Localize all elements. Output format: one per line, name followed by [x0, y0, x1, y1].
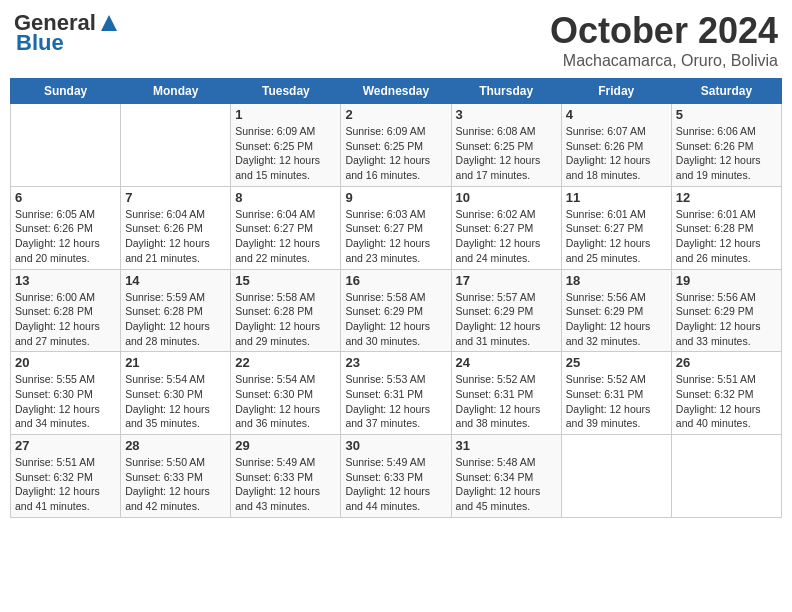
day-info: Sunrise: 6:02 AM Sunset: 6:27 PM Dayligh… [456, 207, 557, 266]
calendar-week-row: 6Sunrise: 6:05 AM Sunset: 6:26 PM Daylig… [11, 186, 782, 269]
calendar-cell: 24Sunrise: 5:52 AM Sunset: 6:31 PM Dayli… [451, 352, 561, 435]
calendar-cell: 4Sunrise: 6:07 AM Sunset: 6:26 PM Daylig… [561, 104, 671, 187]
calendar-cell: 31Sunrise: 5:48 AM Sunset: 6:34 PM Dayli… [451, 435, 561, 518]
day-number: 26 [676, 355, 777, 370]
weekday-header: Monday [121, 79, 231, 104]
day-number: 24 [456, 355, 557, 370]
day-number: 30 [345, 438, 446, 453]
calendar-cell: 15Sunrise: 5:58 AM Sunset: 6:28 PM Dayli… [231, 269, 341, 352]
calendar-cell: 25Sunrise: 5:52 AM Sunset: 6:31 PM Dayli… [561, 352, 671, 435]
day-number: 22 [235, 355, 336, 370]
day-number: 11 [566, 190, 667, 205]
day-number: 10 [456, 190, 557, 205]
calendar-cell [121, 104, 231, 187]
day-number: 21 [125, 355, 226, 370]
calendar-cell: 16Sunrise: 5:58 AM Sunset: 6:29 PM Dayli… [341, 269, 451, 352]
calendar-cell: 18Sunrise: 5:56 AM Sunset: 6:29 PM Dayli… [561, 269, 671, 352]
calendar-cell: 6Sunrise: 6:05 AM Sunset: 6:26 PM Daylig… [11, 186, 121, 269]
day-number: 7 [125, 190, 226, 205]
day-number: 3 [456, 107, 557, 122]
day-info: Sunrise: 6:05 AM Sunset: 6:26 PM Dayligh… [15, 207, 116, 266]
calendar-cell: 19Sunrise: 5:56 AM Sunset: 6:29 PM Dayli… [671, 269, 781, 352]
calendar-week-row: 20Sunrise: 5:55 AM Sunset: 6:30 PM Dayli… [11, 352, 782, 435]
day-number: 27 [15, 438, 116, 453]
day-number: 29 [235, 438, 336, 453]
calendar-cell: 9Sunrise: 6:03 AM Sunset: 6:27 PM Daylig… [341, 186, 451, 269]
day-number: 17 [456, 273, 557, 288]
day-info: Sunrise: 6:01 AM Sunset: 6:27 PM Dayligh… [566, 207, 667, 266]
weekday-header: Sunday [11, 79, 121, 104]
weekday-header: Saturday [671, 79, 781, 104]
calendar-cell: 20Sunrise: 5:55 AM Sunset: 6:30 PM Dayli… [11, 352, 121, 435]
day-info: Sunrise: 5:51 AM Sunset: 6:32 PM Dayligh… [15, 455, 116, 514]
day-info: Sunrise: 5:59 AM Sunset: 6:28 PM Dayligh… [125, 290, 226, 349]
day-info: Sunrise: 5:56 AM Sunset: 6:29 PM Dayligh… [676, 290, 777, 349]
logo: General Blue [14, 10, 119, 56]
calendar-week-row: 13Sunrise: 6:00 AM Sunset: 6:28 PM Dayli… [11, 269, 782, 352]
calendar-cell: 23Sunrise: 5:53 AM Sunset: 6:31 PM Dayli… [341, 352, 451, 435]
day-info: Sunrise: 6:08 AM Sunset: 6:25 PM Dayligh… [456, 124, 557, 183]
calendar-cell: 2Sunrise: 6:09 AM Sunset: 6:25 PM Daylig… [341, 104, 451, 187]
day-info: Sunrise: 6:09 AM Sunset: 6:25 PM Dayligh… [345, 124, 446, 183]
weekday-header: Tuesday [231, 79, 341, 104]
day-info: Sunrise: 5:50 AM Sunset: 6:33 PM Dayligh… [125, 455, 226, 514]
weekday-header: Wednesday [341, 79, 451, 104]
day-info: Sunrise: 6:03 AM Sunset: 6:27 PM Dayligh… [345, 207, 446, 266]
calendar-week-row: 27Sunrise: 5:51 AM Sunset: 6:32 PM Dayli… [11, 435, 782, 518]
day-info: Sunrise: 5:49 AM Sunset: 6:33 PM Dayligh… [345, 455, 446, 514]
day-number: 5 [676, 107, 777, 122]
day-info: Sunrise: 5:54 AM Sunset: 6:30 PM Dayligh… [125, 372, 226, 431]
day-number: 14 [125, 273, 226, 288]
calendar-cell: 1Sunrise: 6:09 AM Sunset: 6:25 PM Daylig… [231, 104, 341, 187]
day-info: Sunrise: 6:01 AM Sunset: 6:28 PM Dayligh… [676, 207, 777, 266]
day-info: Sunrise: 5:58 AM Sunset: 6:28 PM Dayligh… [235, 290, 336, 349]
day-number: 4 [566, 107, 667, 122]
logo-icon [99, 13, 119, 33]
day-info: Sunrise: 6:07 AM Sunset: 6:26 PM Dayligh… [566, 124, 667, 183]
day-number: 13 [15, 273, 116, 288]
calendar-cell: 29Sunrise: 5:49 AM Sunset: 6:33 PM Dayli… [231, 435, 341, 518]
calendar-cell: 3Sunrise: 6:08 AM Sunset: 6:25 PM Daylig… [451, 104, 561, 187]
day-number: 1 [235, 107, 336, 122]
day-number: 2 [345, 107, 446, 122]
calendar-cell: 10Sunrise: 6:02 AM Sunset: 6:27 PM Dayli… [451, 186, 561, 269]
calendar-cell: 30Sunrise: 5:49 AM Sunset: 6:33 PM Dayli… [341, 435, 451, 518]
page-header: General Blue October 2024 Machacamarca, … [10, 10, 782, 70]
day-number: 31 [456, 438, 557, 453]
day-info: Sunrise: 5:56 AM Sunset: 6:29 PM Dayligh… [566, 290, 667, 349]
day-info: Sunrise: 5:52 AM Sunset: 6:31 PM Dayligh… [566, 372, 667, 431]
day-number: 28 [125, 438, 226, 453]
calendar-cell: 14Sunrise: 5:59 AM Sunset: 6:28 PM Dayli… [121, 269, 231, 352]
day-number: 9 [345, 190, 446, 205]
day-info: Sunrise: 6:00 AM Sunset: 6:28 PM Dayligh… [15, 290, 116, 349]
day-info: Sunrise: 6:06 AM Sunset: 6:26 PM Dayligh… [676, 124, 777, 183]
calendar-cell: 22Sunrise: 5:54 AM Sunset: 6:30 PM Dayli… [231, 352, 341, 435]
svg-marker-0 [101, 15, 117, 31]
day-info: Sunrise: 5:48 AM Sunset: 6:34 PM Dayligh… [456, 455, 557, 514]
day-info: Sunrise: 6:09 AM Sunset: 6:25 PM Dayligh… [235, 124, 336, 183]
weekday-header: Thursday [451, 79, 561, 104]
day-info: Sunrise: 5:54 AM Sunset: 6:30 PM Dayligh… [235, 372, 336, 431]
day-info: Sunrise: 5:55 AM Sunset: 6:30 PM Dayligh… [15, 372, 116, 431]
weekday-header: Friday [561, 79, 671, 104]
title-block: October 2024 Machacamarca, Oruro, Bolivi… [550, 10, 778, 70]
calendar-cell: 13Sunrise: 6:00 AM Sunset: 6:28 PM Dayli… [11, 269, 121, 352]
weekday-header-row: SundayMondayTuesdayWednesdayThursdayFrid… [11, 79, 782, 104]
day-info: Sunrise: 5:52 AM Sunset: 6:31 PM Dayligh… [456, 372, 557, 431]
day-info: Sunrise: 6:04 AM Sunset: 6:27 PM Dayligh… [235, 207, 336, 266]
page-title: October 2024 [550, 10, 778, 52]
calendar-cell: 7Sunrise: 6:04 AM Sunset: 6:26 PM Daylig… [121, 186, 231, 269]
calendar-cell: 8Sunrise: 6:04 AM Sunset: 6:27 PM Daylig… [231, 186, 341, 269]
day-info: Sunrise: 5:51 AM Sunset: 6:32 PM Dayligh… [676, 372, 777, 431]
day-info: Sunrise: 5:57 AM Sunset: 6:29 PM Dayligh… [456, 290, 557, 349]
calendar-cell: 27Sunrise: 5:51 AM Sunset: 6:32 PM Dayli… [11, 435, 121, 518]
calendar-cell [11, 104, 121, 187]
day-number: 8 [235, 190, 336, 205]
day-number: 12 [676, 190, 777, 205]
day-number: 18 [566, 273, 667, 288]
page-subtitle: Machacamarca, Oruro, Bolivia [550, 52, 778, 70]
day-number: 6 [15, 190, 116, 205]
calendar-cell: 17Sunrise: 5:57 AM Sunset: 6:29 PM Dayli… [451, 269, 561, 352]
logo-blue-text: Blue [16, 30, 64, 56]
calendar-cell: 11Sunrise: 6:01 AM Sunset: 6:27 PM Dayli… [561, 186, 671, 269]
